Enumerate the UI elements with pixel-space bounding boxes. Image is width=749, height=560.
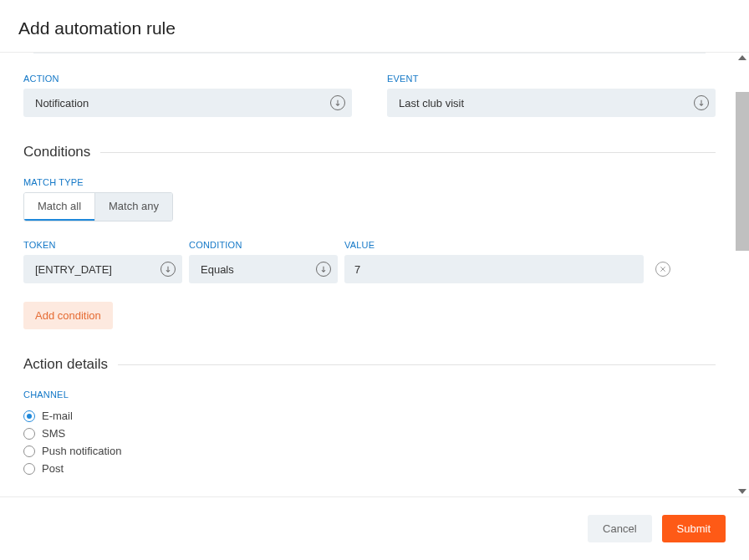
chevron-down-icon: [316, 262, 331, 277]
radio-icon: [23, 445, 35, 457]
radio-icon: [23, 463, 35, 475]
action-value: Notification: [35, 97, 89, 109]
divider: [100, 152, 716, 153]
channel-option-label: E-mail: [42, 410, 73, 422]
value-text: 7: [354, 263, 360, 276]
channel-label: CHANNEL: [23, 389, 716, 400]
page-title: Add automation rule: [18, 18, 749, 38]
action-label: ACTION: [23, 74, 352, 84]
cancel-button[interactable]: Cancel: [588, 515, 651, 542]
divider: [33, 53, 706, 53]
match-type-toggle: Match all Match any: [23, 192, 173, 221]
token-label: TOKEN: [23, 240, 182, 250]
channel-option-post[interactable]: Post: [23, 462, 716, 475]
channel-option-label: SMS: [42, 427, 65, 440]
scrollbar[interactable]: [736, 53, 749, 496]
value-input[interactable]: 7: [344, 255, 644, 283]
chevron-down-icon: [330, 95, 345, 110]
add-condition-button[interactable]: Add condition: [23, 302, 113, 329]
channel-option-email[interactable]: E-mail: [23, 410, 716, 422]
chevron-down-icon: [694, 95, 709, 110]
scroll-thumb[interactable]: [736, 92, 749, 251]
channel-option-label: Post: [42, 462, 64, 475]
channel-option-label: Push notification: [42, 445, 121, 457]
action-details-heading: Action details: [23, 356, 118, 373]
scroll-track: [736, 60, 749, 489]
channel-option-push[interactable]: Push notification: [23, 445, 716, 457]
value-label: VALUE: [344, 240, 644, 250]
token-value: [ENTRY_DATE]: [35, 263, 112, 276]
match-all-button[interactable]: Match all: [24, 193, 94, 221]
condition-select[interactable]: Equals: [189, 255, 338, 283]
divider: [118, 364, 716, 365]
radio-icon: [23, 428, 35, 440]
channel-option-sms[interactable]: SMS: [23, 427, 716, 440]
radio-icon: [23, 410, 35, 422]
condition-label: CONDITION: [189, 240, 338, 250]
event-select[interactable]: Last club visit: [387, 89, 716, 117]
remove-condition-button[interactable]: [655, 262, 670, 277]
scroll-down-icon: [738, 489, 746, 494]
action-select[interactable]: Notification: [23, 89, 352, 117]
chevron-down-icon: [160, 262, 176, 277]
condition-value: Equals: [201, 263, 234, 276]
event-value: Last club visit: [399, 97, 464, 109]
match-type-label: MATCH TYPE: [23, 177, 716, 187]
conditions-heading: Conditions: [23, 144, 100, 160]
match-any-button[interactable]: Match any: [94, 193, 172, 221]
submit-button[interactable]: Submit: [662, 515, 726, 542]
token-select[interactable]: [ENTRY_DATE]: [23, 255, 182, 283]
event-label: EVENT: [387, 74, 716, 84]
